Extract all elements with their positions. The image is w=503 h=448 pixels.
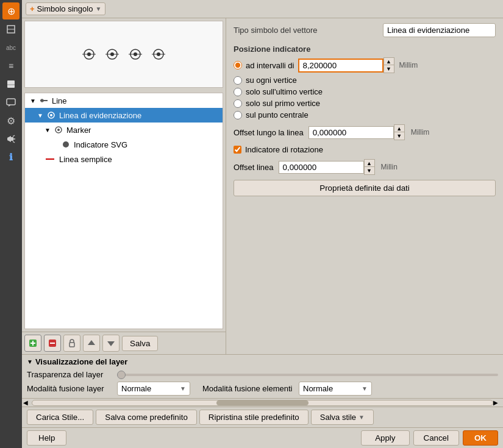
tree-icon-linea xyxy=(46,110,57,121)
fusione-elementi-dropdown[interactable]: Normale ▼ xyxy=(299,382,372,396)
tree-label-linea-evid: Linea di evidenziazione xyxy=(59,111,141,120)
radio-label-2: solo sull'ultimo vertice xyxy=(246,87,323,96)
add-layer-button[interactable] xyxy=(24,335,41,352)
move-down-button[interactable] xyxy=(102,335,120,352)
help-button[interactable]: Help xyxy=(27,430,66,446)
scroll-right-btn[interactable]: ▶ xyxy=(493,399,502,406)
offset-linea-input[interactable] xyxy=(279,161,364,174)
svg-line-8 xyxy=(13,135,15,137)
tree-item-line[interactable]: ▼ Line xyxy=(25,93,223,108)
svg-point-29 xyxy=(63,141,69,148)
radio-centrale[interactable] xyxy=(234,111,242,119)
props-button[interactable]: Proprietà definite dai dati xyxy=(234,180,496,196)
radio-intervalli[interactable] xyxy=(234,61,242,69)
tree-label-svg: Indicatore SVG xyxy=(74,140,127,149)
fusione-dropdown[interactable]: Normale ▼ xyxy=(117,382,190,396)
top-bar: + Simbolo singolo ▼ xyxy=(22,0,503,18)
lock-button[interactable] xyxy=(63,335,80,352)
offset-linea-spinner-down[interactable]: ▼ xyxy=(365,167,374,174)
radio-row-2: solo sull'ultimo vertice xyxy=(234,87,496,96)
fusione-elementi-arrow: ▼ xyxy=(362,385,368,392)
spinner-up[interactable]: ▲ xyxy=(384,58,394,65)
right-panel: Tipo simbolo del vettore Linea di eviden… xyxy=(226,18,503,354)
offset-input[interactable] xyxy=(309,126,394,139)
select-tool-icon[interactable]: ⊕ xyxy=(2,2,20,20)
fusione-elementi-label: Modalità fusione elementi xyxy=(202,384,294,393)
tipo-simbolo-row: Tipo simbolo del vettore Linea di eviden… xyxy=(234,23,496,37)
tree-item-svg[interactable]: ▶ Indicatore SVG xyxy=(25,137,223,152)
tree-arrow-marker: ▼ xyxy=(45,127,52,133)
list-tool-icon[interactable]: ≡ xyxy=(2,57,20,74)
ok-button[interactable]: OK xyxy=(463,430,498,446)
scroll-left-btn[interactable]: ◀ xyxy=(23,399,32,406)
fusione-label: Modalità fusione layer xyxy=(27,384,112,393)
layer-collapse-arrow[interactable]: ▼ xyxy=(27,358,33,365)
carica-stile-button[interactable]: Carica Stile... xyxy=(27,410,93,425)
layer-section: ▼ Visualizzazione del layer Trasparenza … xyxy=(22,354,503,398)
left-bottom-toolbar: Salva xyxy=(22,332,226,354)
announce-tool-icon[interactable] xyxy=(2,130,20,148)
radio-ultimo[interactable] xyxy=(234,88,242,96)
tree-label-simple: Linea semplice xyxy=(59,155,112,164)
tree-label-line: Line xyxy=(52,96,67,105)
cancel-button[interactable]: Cancel xyxy=(413,430,460,446)
symbol-type-select[interactable]: + Simbolo singolo ▼ xyxy=(26,2,105,15)
offset-unit: Millim xyxy=(411,128,430,137)
salva-stile-label: Salva stile xyxy=(320,413,356,422)
intervalli-input[interactable] xyxy=(298,59,383,73)
tree-item-linea-evid[interactable]: ▼ Linea di evidenziazione xyxy=(25,108,223,123)
ripristina-button[interactable]: Ripristina stile predefinito xyxy=(199,410,309,425)
svg-point-28 xyxy=(57,129,60,131)
save-button[interactable]: Salva xyxy=(122,336,158,351)
trasparenza-slider-thumb[interactable] xyxy=(117,371,126,379)
comment-tool-icon[interactable] xyxy=(2,94,20,111)
main-content: + Simbolo singolo ▼ xyxy=(22,0,503,448)
trasparenza-slider-track[interactable] xyxy=(117,374,498,376)
offset-spinner-down[interactable]: ▼ xyxy=(394,132,404,140)
rotazione-checkbox[interactable] xyxy=(234,146,241,154)
scroll-track[interactable] xyxy=(32,400,493,406)
tipo-simbolo-dropdown[interactable]: Linea di evidenziazione xyxy=(383,23,496,37)
tree-icon-marker xyxy=(53,124,64,135)
svg-rect-4 xyxy=(7,99,15,105)
offset-linea-unit: Millin xyxy=(381,163,398,171)
spinner-down[interactable]: ▼ xyxy=(384,65,394,73)
remove-layer-button[interactable] xyxy=(44,335,61,352)
tree-icon-simple xyxy=(46,154,57,165)
trasparenza-label: Trasparenza del layer xyxy=(27,370,112,379)
salva-predefinito-button[interactable]: Salva come predefinito xyxy=(96,410,197,425)
draw-tool-icon[interactable] xyxy=(2,76,20,93)
tree-item-marker[interactable]: ▼ Marker xyxy=(25,123,223,137)
fusione-elementi-value: Normale xyxy=(303,384,333,393)
radio-vertice[interactable] xyxy=(234,76,242,85)
radio-row-0: ad intervalli di ▲ ▼ Millim xyxy=(234,57,496,73)
offset-linea-spinner-up[interactable]: ▲ xyxy=(365,160,374,167)
symbol-dropdown-arrow[interactable]: ▼ xyxy=(95,5,101,12)
intervalli-spinner: ▲ ▼ xyxy=(383,57,394,73)
offset-linea-input-group: ▲ ▼ xyxy=(279,159,375,175)
settings-tool-icon[interactable]: ⚙ xyxy=(2,112,20,129)
trasparenza-row: Trasparenza del layer xyxy=(27,370,498,379)
label-tool-icon[interactable]: abc xyxy=(2,39,20,56)
salva-stile-dropdown[interactable]: Salva stile ▼ xyxy=(311,410,374,425)
tree-item-simple[interactable]: ▶ Linea semplice xyxy=(25,152,223,166)
move-up-button[interactable] xyxy=(83,335,100,352)
radio-primo[interactable] xyxy=(234,99,242,108)
apply-button[interactable]: Apply xyxy=(361,430,409,446)
svg-rect-2 xyxy=(7,80,15,88)
offset-linea-row: Offset lungo la linea ▲ ▼ Millim xyxy=(234,124,496,140)
horizontal-scrollbar[interactable]: ◀ ▶ xyxy=(22,398,503,407)
svg-line-10 xyxy=(13,141,15,143)
symbol-plus-icon: + xyxy=(30,4,35,13)
offset-spinner-up[interactable]: ▲ xyxy=(394,125,404,132)
radio-row-3: solo sul primo vertice xyxy=(234,99,496,108)
preview-marker-1 xyxy=(82,48,96,61)
tree-label-marker: Marker xyxy=(66,126,91,135)
scroll-thumb[interactable] xyxy=(216,400,309,405)
svg-point-26 xyxy=(50,114,52,116)
symbol-type-label: Simbolo singolo xyxy=(37,4,93,13)
edit-tool-icon[interactable] xyxy=(2,21,20,38)
info-tool-icon[interactable]: ℹ xyxy=(2,149,20,166)
intervalli-input-group: ▲ ▼ xyxy=(298,57,394,73)
bottom-bar: Carica Stile... Salva come predefinito R… xyxy=(22,407,503,427)
